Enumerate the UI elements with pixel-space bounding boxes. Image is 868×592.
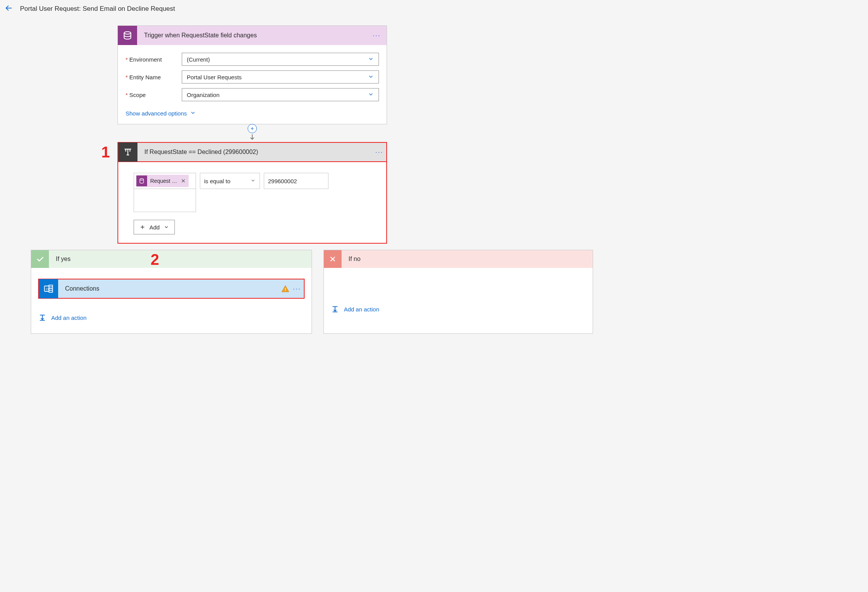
chevron-down-icon (190, 110, 196, 117)
chevron-down-icon (368, 56, 374, 63)
chevron-down-icon (250, 178, 256, 184)
add-step-button[interactable] (248, 124, 257, 133)
add-action-yes[interactable]: Add an action (38, 313, 305, 322)
if-no-branch: If no Add an action (323, 250, 593, 334)
if-yes-branch: If yes 2 O Connections ··· Add an action (31, 250, 312, 334)
check-icon (31, 250, 49, 268)
if-yes-header: If yes (31, 250, 312, 268)
warning-icon (281, 284, 290, 293)
condition-title: If RequestState == Declined (299600002) (137, 149, 372, 156)
scope-value: Organization (187, 92, 220, 98)
more-menu-icon[interactable]: ··· (372, 145, 386, 159)
svg-point-0 (124, 32, 131, 34)
condition-icon (118, 142, 137, 162)
trigger-title: Trigger when RequestState field changes (137, 32, 370, 39)
add-action-label: Add an action (51, 314, 87, 321)
chevron-down-icon (368, 91, 374, 99)
entity-label: *Entity Name (126, 74, 182, 80)
dynamic-token-chip[interactable]: Request … ✕ (136, 175, 189, 187)
page-header: Portal User Request: Send Email on Decli… (0, 0, 504, 18)
svg-rect-6 (285, 290, 286, 291)
svg-point-1 (140, 179, 143, 180)
page-title: Portal User Request: Send Email on Decli… (20, 5, 175, 13)
chip-label: Request … (150, 178, 177, 184)
if-no-title: If no (342, 256, 360, 263)
trigger-card: Trigger when RequestState field changes … (117, 25, 387, 124)
operator-value: is equal to (204, 178, 230, 184)
connections-action[interactable]: O Connections ··· (38, 279, 305, 299)
trigger-header[interactable]: Trigger when RequestState field changes … (118, 26, 387, 45)
annotation-2: 2 (151, 251, 159, 268)
back-arrow-icon[interactable] (5, 4, 13, 14)
scope-select[interactable]: Organization (182, 88, 379, 101)
chevron-down-icon (368, 74, 374, 81)
database-icon (118, 26, 137, 45)
more-menu-icon[interactable]: ··· (370, 28, 384, 42)
svg-text:O: O (46, 287, 49, 291)
condition-value: 299600002 (268, 178, 297, 184)
condition-left-operand[interactable]: Request … ✕ (134, 173, 196, 189)
add-label: Add (149, 224, 160, 231)
entity-select[interactable]: Portal User Requests (182, 70, 379, 84)
close-icon (324, 250, 342, 268)
close-icon[interactable]: ✕ (181, 178, 186, 184)
condition-value-input[interactable]: 299600002 (264, 173, 328, 189)
show-advanced-link[interactable]: Show advanced options (126, 110, 196, 117)
arrow-down-icon (249, 132, 256, 143)
if-no-header: If no (324, 250, 593, 268)
entity-value: Portal User Requests (187, 74, 242, 80)
database-icon (136, 176, 147, 186)
scope-label: *Scope (126, 92, 182, 98)
add-action-label: Add an action (344, 306, 379, 313)
add-action-no[interactable]: Add an action (331, 305, 578, 313)
condition-operator-select[interactable]: is equal to (200, 173, 260, 189)
outlook-icon: O (39, 279, 58, 298)
add-condition-button[interactable]: Add (134, 220, 175, 234)
env-select[interactable]: (Current) (182, 53, 379, 66)
env-label: *Environment (126, 56, 182, 63)
annotation-1: 1 (101, 144, 110, 161)
svg-rect-5 (285, 288, 286, 290)
env-value: (Current) (187, 56, 210, 63)
if-yes-title: If yes (49, 256, 70, 263)
condition-header[interactable]: If RequestState == Declined (299600002) … (118, 143, 386, 162)
more-menu-icon[interactable]: ··· (290, 282, 304, 296)
condition-card: 1 If RequestState == Declined (299600002… (117, 142, 387, 244)
action-title: Connections (58, 285, 281, 292)
